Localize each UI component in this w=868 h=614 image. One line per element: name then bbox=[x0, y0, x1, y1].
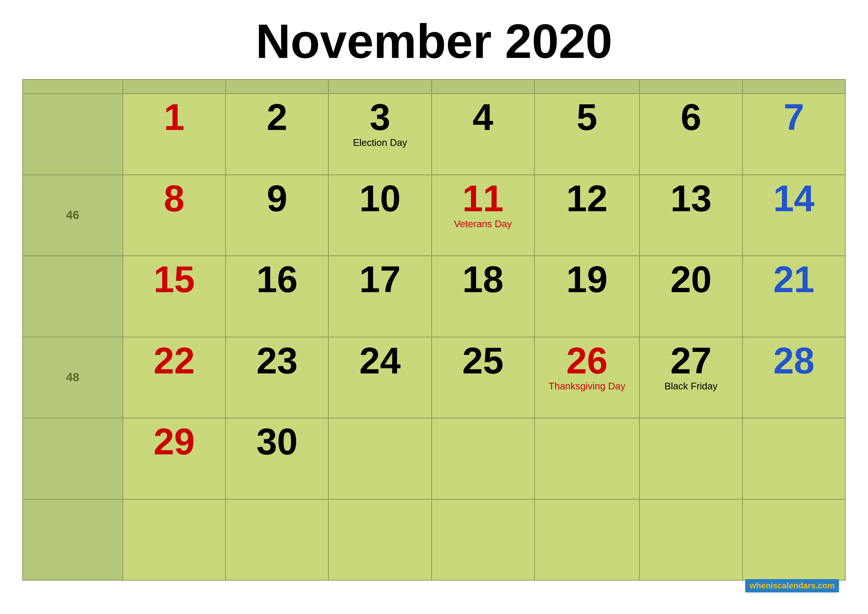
holiday-label: Thanksgiving Day bbox=[540, 380, 634, 392]
day-number: 16 bbox=[232, 260, 322, 298]
holiday-label: Veterans Day bbox=[437, 218, 529, 230]
day-number: 17 bbox=[334, 260, 425, 298]
day-number: 19 bbox=[540, 260, 634, 298]
calendar-week-row: 2930 bbox=[23, 418, 845, 499]
calendar-day-cell: 23 bbox=[226, 337, 329, 419]
day-number: 8 bbox=[129, 180, 220, 217]
day-number: 14 bbox=[749, 180, 839, 217]
calendar-day-cell: 3Election Day bbox=[329, 93, 431, 175]
calendar-table: 123Election Day456746891011Veterans Day1… bbox=[22, 79, 846, 581]
day-number: 4 bbox=[437, 98, 529, 135]
calendar-day-cell: 13 bbox=[639, 175, 742, 256]
day-number: 15 bbox=[129, 260, 220, 298]
day-number: 9 bbox=[232, 180, 322, 217]
thu-header bbox=[535, 79, 639, 93]
tue-header bbox=[329, 79, 431, 93]
wk-header bbox=[23, 79, 123, 93]
calendar-day-cell: 27Black Friday bbox=[639, 337, 742, 419]
calendar-day-cell: 22 bbox=[123, 337, 226, 419]
calendar-body: 123Election Day456746891011Veterans Day1… bbox=[23, 93, 845, 580]
header-row bbox=[23, 79, 845, 93]
page-title: November 2020 bbox=[256, 15, 612, 68]
calendar-week-row: 15161718192021 bbox=[23, 256, 845, 337]
day-number: 21 bbox=[749, 260, 839, 298]
calendar-day-cell bbox=[329, 499, 431, 581]
calendar-day-cell bbox=[432, 418, 535, 499]
calendar-day-cell bbox=[639, 499, 742, 581]
calendar-day-cell: 7 bbox=[742, 93, 845, 175]
day-number: 11 bbox=[437, 180, 529, 217]
calendar-week-row: 123Election Day4567 bbox=[23, 93, 845, 175]
fri-header bbox=[639, 79, 742, 93]
day-number: 18 bbox=[437, 260, 529, 298]
calendar-day-cell: 17 bbox=[329, 256, 431, 337]
watermark-text: wheniscalendars.com bbox=[750, 581, 835, 590]
day-number: 6 bbox=[645, 98, 736, 135]
calendar-day-cell: 24 bbox=[329, 337, 431, 419]
calendar-day-cell: 5 bbox=[535, 93, 639, 175]
calendar-day-cell bbox=[742, 499, 845, 581]
calendar-day-cell bbox=[226, 499, 329, 581]
day-number: 27 bbox=[645, 342, 736, 379]
week-number: 48 bbox=[23, 337, 123, 419]
calendar-day-cell: 20 bbox=[639, 256, 742, 337]
calendar-day-cell: 19 bbox=[535, 256, 639, 337]
calendar-day-cell: 10 bbox=[329, 175, 431, 256]
calendar-day-cell: 1 bbox=[123, 93, 226, 175]
day-number: 10 bbox=[334, 180, 425, 217]
mon-header bbox=[226, 79, 329, 93]
sat-header bbox=[742, 79, 845, 93]
watermark: wheniscalendars.com bbox=[745, 579, 839, 592]
calendar-day-cell bbox=[742, 418, 845, 499]
calendar-day-cell: 28 bbox=[742, 337, 845, 419]
holiday-label: Black Friday bbox=[645, 380, 736, 392]
calendar-day-cell bbox=[123, 499, 226, 581]
day-number: 7 bbox=[749, 98, 839, 135]
calendar-day-cell: 21 bbox=[742, 256, 845, 337]
calendar-day-cell: 15 bbox=[123, 256, 226, 337]
calendar-day-cell bbox=[639, 418, 742, 499]
calendar-day-cell: 6 bbox=[639, 93, 742, 175]
calendar-day-cell: 30 bbox=[226, 418, 329, 499]
day-number: 2 bbox=[232, 98, 322, 135]
day-number: 12 bbox=[540, 180, 634, 217]
day-number: 20 bbox=[645, 260, 736, 298]
week-number: 46 bbox=[23, 175, 123, 256]
day-number: 5 bbox=[540, 98, 634, 135]
calendar-day-cell: 26Thanksgiving Day bbox=[535, 337, 639, 419]
calendar-week-row bbox=[23, 499, 845, 581]
day-number: 24 bbox=[334, 342, 425, 379]
week-number bbox=[23, 418, 123, 499]
calendar-day-cell bbox=[432, 499, 535, 581]
day-number: 26 bbox=[540, 342, 634, 379]
calendar-day-cell bbox=[535, 418, 639, 499]
day-number: 3 bbox=[334, 98, 425, 135]
calendar-day-cell: 25 bbox=[432, 337, 535, 419]
day-number: 13 bbox=[645, 180, 736, 217]
calendar-week-row: 46891011Veterans Day121314 bbox=[23, 175, 845, 256]
day-number: 25 bbox=[437, 342, 529, 379]
footer: wheniscalendars.com bbox=[22, 584, 846, 599]
day-number: 23 bbox=[232, 342, 322, 379]
calendar-day-cell: 18 bbox=[432, 256, 535, 337]
calendar-day-cell: 14 bbox=[742, 175, 845, 256]
wed-header bbox=[432, 79, 535, 93]
calendar-day-cell: 8 bbox=[123, 175, 226, 256]
calendar-day-cell: 4 bbox=[432, 93, 535, 175]
calendar-day-cell: 16 bbox=[226, 256, 329, 337]
day-number: 28 bbox=[749, 342, 839, 379]
holiday-label: Election Day bbox=[334, 137, 425, 149]
day-number: 22 bbox=[129, 342, 220, 379]
calendar-day-cell: 29 bbox=[123, 418, 226, 499]
calendar-day-cell: 9 bbox=[226, 175, 329, 256]
day-number: 1 bbox=[129, 98, 220, 135]
calendar-day-cell: 12 bbox=[535, 175, 639, 256]
day-number: 29 bbox=[129, 423, 220, 460]
week-number bbox=[23, 93, 123, 175]
calendar-day-cell bbox=[535, 499, 639, 581]
week-number bbox=[23, 256, 123, 337]
week-number bbox=[23, 499, 123, 581]
day-number: 30 bbox=[232, 423, 322, 460]
calendar-week-row: 482223242526Thanksgiving Day27Black Frid… bbox=[23, 337, 845, 419]
sun-header bbox=[123, 79, 226, 93]
